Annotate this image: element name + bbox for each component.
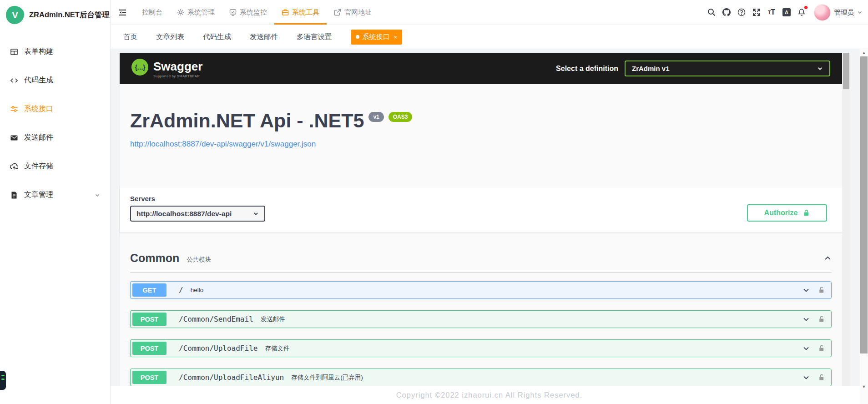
scheme-container: Servers http://localhost:8887/dev-api Au… [120, 188, 842, 232]
endpoint-path: /Common/UploadFile [179, 344, 257, 353]
help-button[interactable] [734, 0, 749, 25]
nav-item-system-monitor[interactable]: 系统监控 [222, 0, 274, 25]
endpoint-summary: hello [191, 287, 204, 293]
nav-item-label: 系统管理 [187, 8, 215, 17]
sidebar-item-system-api[interactable]: 系统接口 [0, 95, 110, 123]
chevron-down-icon [95, 192, 100, 198]
chevron-down-icon [253, 211, 259, 217]
endpoint-auth-button[interactable] [818, 286, 825, 294]
endpoint-path: /Common/SendEmail [179, 315, 253, 323]
endpoint-row[interactable]: GET / hello [130, 281, 832, 299]
tab-article-list[interactable]: 文章列表 [156, 32, 184, 42]
server-select[interactable]: http://localhost:8887/dev-api [130, 206, 265, 222]
github-button[interactable] [719, 0, 734, 25]
servers-block: Servers http://localhost:8887/dev-api [130, 195, 265, 222]
external-link-icon [334, 9, 341, 16]
close-tab-icon[interactable]: × [394, 34, 398, 40]
page-scrollbar-thumb[interactable] [860, 56, 868, 354]
sidebar-item-code-gen[interactable]: 代码生成 [0, 66, 110, 95]
expand-endpoint-button[interactable] [802, 316, 810, 323]
app-logo-row[interactable]: V ZRAdmin.NET后台管理 [0, 0, 110, 30]
active-tab-dot-icon [356, 35, 359, 39]
nav-item-system-mgmt[interactable]: 系统管理 [170, 0, 222, 25]
tab-send-mail[interactable]: 发送邮件 [250, 32, 278, 42]
avatar[interactable] [814, 4, 831, 21]
spec-url-link[interactable]: http://localhost:8887/dev-api/swagger/v1… [130, 140, 316, 149]
endpoint-row[interactable]: POST /Common/UploadFileAliyun 存储文件到阿里云(已… [130, 369, 832, 386]
swagger-brand-name: Swagger [153, 59, 202, 72]
endpoint-path: / [179, 286, 183, 294]
nav-item-dashboard[interactable]: 控制台 [135, 0, 170, 25]
sliders-icon [10, 105, 18, 113]
swagger-brand: {…} Swagger Supported by SMARTBEAR [131, 59, 202, 78]
chevron-down-icon [802, 374, 810, 381]
app-root: V ZRAdmin.NET后台管理 表单构建 代码生成 系统接口 发送邮件 [0, 0, 868, 404]
tab-i18n[interactable]: 多语言设置 [297, 32, 332, 42]
chevron-down-icon [817, 66, 823, 71]
swagger-scrollbar[interactable] [842, 53, 850, 386]
tab-code-gen[interactable]: 代码生成 [203, 32, 231, 42]
tab-system-api[interactable]: 系统接口 × [351, 30, 403, 45]
user-name[interactable]: 管理员 [834, 8, 854, 17]
expand-endpoint-button[interactable] [802, 345, 810, 352]
expand-endpoint-button[interactable] [802, 374, 810, 381]
sidebar-item-label: 代码生成 [24, 76, 53, 85]
section-title: Common [130, 252, 179, 265]
main-content: {…} Swagger Supported by SMARTBEAR Selec… [111, 49, 868, 404]
search-button[interactable] [704, 0, 719, 25]
scroll-up-arrow-icon[interactable]: ▲ [860, 50, 868, 56]
upload-cloud-icon [10, 162, 18, 171]
unlock-icon [818, 286, 825, 294]
nav-item-official-site[interactable]: 官网地址 [327, 0, 379, 25]
app-logo: V [6, 6, 24, 24]
sidebar-item-form-builder[interactable]: 表单构建 [0, 37, 110, 66]
endpoint-row[interactable]: POST /Common/UploadFile 存储文件 [130, 339, 832, 357]
sidebar: V ZRAdmin.NET后台管理 表单构建 代码生成 系统接口 发送邮件 [0, 0, 111, 404]
language-button[interactable]: A [779, 0, 794, 25]
notifications-button[interactable] [794, 0, 809, 25]
nav-item-label: 官网地址 [344, 8, 372, 17]
sidebar-collapse-button[interactable] [111, 0, 135, 25]
user-menu-toggle[interactable] [857, 10, 863, 15]
endpoint-auth-button[interactable] [818, 344, 825, 352]
definition-selector: Select a definition ZrAdmin v1 [556, 61, 830, 76]
definition-select[interactable]: ZrAdmin v1 [625, 61, 830, 76]
http-method-badge: POST [132, 342, 167, 355]
scroll-down-arrow-icon[interactable]: ▼ [860, 384, 868, 390]
sidebar-item-file-storage[interactable]: 文件存储 [0, 152, 110, 181]
gear-icon [177, 9, 184, 16]
endpoint-summary: 发送邮件 [261, 315, 285, 323]
definition-value: ZrAdmin v1 [632, 65, 670, 72]
sidebar-item-label: 表单构建 [24, 47, 53, 56]
page-scrollbar[interactable]: ▲ ▼ [860, 49, 868, 404]
hamburger-icon [118, 8, 127, 17]
nav-item-system-tools[interactable]: 系统工具 [274, 0, 327, 25]
sidebar-item-article-mgmt[interactable]: 文章管理 [0, 181, 110, 209]
endpoint-row[interactable]: POST /Common/SendEmail 发送邮件 [130, 310, 832, 328]
swagger-ui: {…} Swagger Supported by SMARTBEAR Selec… [120, 53, 842, 386]
api-info: ZrAdmin.NET Api - .NET5 v1 OAS3 http://l… [120, 110, 842, 149]
tab-home[interactable]: 首页 [123, 32, 137, 42]
endpoint-auth-button[interactable] [818, 315, 825, 323]
section-header[interactable]: Common 公共模块 [130, 252, 832, 273]
sidebar-item-label: 文件存储 [24, 162, 53, 171]
app-title: ZRAdmin.NET后台管理 [29, 10, 110, 20]
chevron-down-icon [857, 10, 863, 15]
authorize-button[interactable]: Authorize [747, 204, 827, 222]
font-size-button[interactable]: TT [764, 0, 779, 25]
github-icon [722, 8, 731, 16]
http-method-badge: POST [132, 371, 167, 384]
unlock-icon [818, 344, 825, 352]
collapse-section-button[interactable] [824, 254, 832, 262]
endpoint-auth-button[interactable] [818, 374, 825, 381]
endpoint-summary: 存储文件 [265, 344, 289, 353]
top-navbar: 控制台 系统管理 系统监控 系统工具 官网地址 [111, 0, 868, 25]
fullscreen-button[interactable] [749, 0, 764, 25]
http-method-badge: POST [132, 313, 167, 326]
swagger-scrollbar-thumb[interactable] [843, 53, 849, 89]
corner-widget[interactable] [0, 371, 6, 390]
expand-endpoint-button[interactable] [802, 287, 810, 294]
api-title: ZrAdmin.NET Api - .NET5 v1 OAS3 [130, 110, 832, 132]
sidebar-item-send-mail[interactable]: 发送邮件 [0, 123, 110, 152]
copyright-text: Copyright ©2022 izhaorui.cn All Rights R… [396, 391, 583, 399]
